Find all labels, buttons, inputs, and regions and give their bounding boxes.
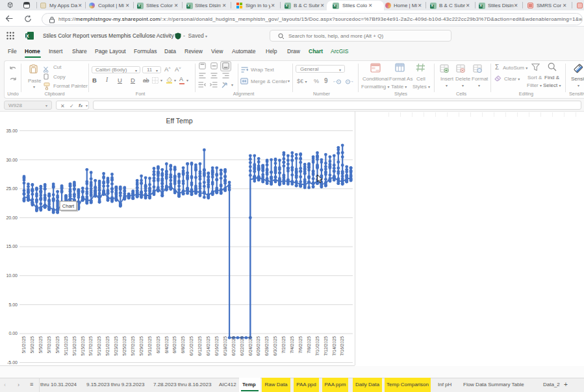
svg-text:5/23/2025: 5/23/2025 xyxy=(114,336,118,356)
svg-text:6/20/2025: 6/20/2025 xyxy=(231,336,236,356)
svg-text:5/21/2025: 5/21/2025 xyxy=(105,336,110,356)
svg-text:7/12/2025: 7/12/2025 xyxy=(324,336,328,356)
svg-text:5/11/2025: 5/11/2025 xyxy=(64,336,68,356)
svg-text:X: X xyxy=(26,33,29,39)
svg-text:20.00: 20.00 xyxy=(6,215,18,220)
svg-text:6/14/2025: 6/14/2025 xyxy=(206,336,210,356)
svg-text:6/6/2025: 6/6/2025 xyxy=(173,336,177,354)
svg-text:15.00: 15.00 xyxy=(6,244,18,249)
svg-text:5/5/2025: 5/5/2025 xyxy=(38,336,43,354)
svg-text:6/24/2025: 6/24/2025 xyxy=(248,336,253,356)
svg-text:0.00: 0.00 xyxy=(8,331,18,336)
svg-text:6/30/2025: 6/30/2025 xyxy=(273,336,277,356)
svg-text:Chart: Chart xyxy=(62,203,75,209)
svg-text:7/14/2025: 7/14/2025 xyxy=(332,336,336,356)
svg-text:7/16/2025: 7/16/2025 xyxy=(340,336,345,356)
svg-text:7/6/2025: 7/6/2025 xyxy=(298,336,303,354)
svg-text:6/28/2025: 6/28/2025 xyxy=(264,336,269,356)
svg-text:6/12/2025: 6/12/2025 xyxy=(197,336,202,356)
svg-text:6/2/2025: 6/2/2025 xyxy=(156,336,160,354)
svg-text:5/17/2025: 5/17/2025 xyxy=(88,336,93,356)
svg-text:7/4/2025: 7/4/2025 xyxy=(290,336,294,354)
svg-text:→: → xyxy=(349,79,354,83)
svg-text:6/18/2025: 6/18/2025 xyxy=(223,336,227,356)
svg-text:6/10/2025: 6/10/2025 xyxy=(189,336,194,356)
svg-text:7/10/2025: 7/10/2025 xyxy=(315,336,320,356)
svg-text:35.00: 35.00 xyxy=(6,129,18,133)
svg-text:-5.00: -5.00 xyxy=(7,360,18,365)
svg-text:6/22/2025: 6/22/2025 xyxy=(240,336,244,356)
svg-text:6/8/2025: 6/8/2025 xyxy=(181,336,185,354)
svg-text:25.00: 25.00 xyxy=(6,186,18,191)
svg-text:5/31/2025: 5/31/2025 xyxy=(147,336,152,356)
svg-text:7/8/2025: 7/8/2025 xyxy=(307,336,311,354)
svg-text:5/3/2025: 5/3/2025 xyxy=(30,336,34,354)
svg-text:6/16/2025: 6/16/2025 xyxy=(214,336,219,356)
svg-text:5/7/2025: 5/7/2025 xyxy=(47,336,51,354)
svg-text:5/29/2025: 5/29/2025 xyxy=(139,336,144,356)
svg-text:5.00: 5.00 xyxy=(8,302,18,307)
svg-text:5/25/2025: 5/25/2025 xyxy=(122,336,127,356)
svg-text:5/15/2025: 5/15/2025 xyxy=(81,336,85,356)
svg-text:←: ← xyxy=(333,79,337,83)
svg-text:6/26/2025: 6/26/2025 xyxy=(257,336,261,356)
svg-text:5/27/2025: 5/27/2025 xyxy=(131,336,135,356)
svg-text:10.00: 10.00 xyxy=(6,273,18,278)
svg-text:5/19/2025: 5/19/2025 xyxy=(97,336,101,356)
svg-text:7/2/2025: 7/2/2025 xyxy=(281,336,286,354)
svg-text:6/4/2025: 6/4/2025 xyxy=(164,336,169,354)
svg-text:5/13/2025: 5/13/2025 xyxy=(72,336,77,356)
svg-text:30.00: 30.00 xyxy=(6,158,18,162)
svg-text:Eff Temp: Eff Temp xyxy=(166,117,192,125)
svg-text:5/1/2025: 5/1/2025 xyxy=(21,336,26,354)
svg-text:5/9/2025: 5/9/2025 xyxy=(55,336,60,354)
